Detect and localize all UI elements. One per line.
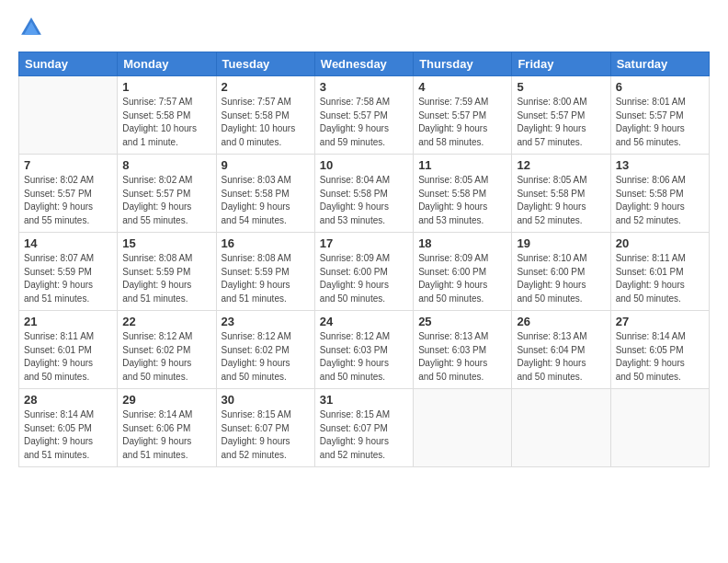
day-number: 6 — [616, 80, 704, 94]
day-number: 26 — [517, 315, 605, 328]
calendar-cell: 18Sunrise: 8:09 AM Sunset: 6:00 PM Dayli… — [414, 233, 512, 311]
header — [18, 15, 710, 40]
day-number: 28 — [24, 393, 112, 407]
day-info: Sunrise: 8:12 AM Sunset: 6:03 PM Dayligh… — [320, 330, 408, 384]
calendar-cell — [610, 389, 709, 467]
calendar-cell: 1Sunrise: 7:57 AM Sunset: 5:58 PM Daylig… — [118, 76, 216, 155]
calendar-cell: 13Sunrise: 8:06 AM Sunset: 5:58 PM Dayli… — [610, 155, 709, 233]
calendar-cell: 15Sunrise: 8:08 AM Sunset: 5:59 PM Dayli… — [118, 233, 216, 311]
day-info: Sunrise: 8:11 AM Sunset: 6:01 PM Dayligh… — [24, 330, 112, 384]
calendar-cell: 30Sunrise: 8:15 AM Sunset: 6:07 PM Dayli… — [216, 389, 314, 467]
day-number: 13 — [616, 158, 704, 172]
calendar-cell: 26Sunrise: 8:13 AM Sunset: 6:04 PM Dayli… — [512, 311, 610, 389]
day-number: 1 — [122, 80, 210, 94]
day-number: 12 — [517, 158, 605, 172]
day-number: 19 — [517, 236, 605, 250]
calendar-week-row: 21Sunrise: 8:11 AM Sunset: 6:01 PM Dayli… — [19, 311, 710, 389]
calendar-table: SundayMondayTuesdayWednesdayThursdayFrid… — [18, 52, 710, 467]
day-info: Sunrise: 8:09 AM Sunset: 6:00 PM Dayligh… — [418, 252, 506, 305]
calendar-cell: 29Sunrise: 8:14 AM Sunset: 6:06 PM Dayli… — [118, 389, 216, 467]
calendar-cell: 17Sunrise: 8:09 AM Sunset: 6:00 PM Dayli… — [314, 233, 413, 311]
calendar-cell — [414, 389, 512, 467]
day-number: 30 — [222, 393, 310, 407]
day-info: Sunrise: 7:59 AM Sunset: 5:57 PM Dayligh… — [418, 96, 506, 149]
calendar-header-row: SundayMondayTuesdayWednesdayThursdayFrid… — [19, 52, 710, 76]
day-info: Sunrise: 8:00 AM Sunset: 5:57 PM Dayligh… — [517, 96, 605, 149]
day-number: 14 — [24, 236, 112, 250]
day-number: 23 — [222, 315, 310, 328]
calendar-cell: 25Sunrise: 8:13 AM Sunset: 6:03 PM Dayli… — [414, 311, 512, 389]
day-info: Sunrise: 8:15 AM Sunset: 6:07 PM Dayligh… — [222, 408, 310, 462]
page: SundayMondayTuesdayWednesdayThursdayFrid… — [0, 0, 728, 563]
calendar-cell: 19Sunrise: 8:10 AM Sunset: 6:00 PM Dayli… — [512, 233, 610, 311]
calendar-cell: 12Sunrise: 8:05 AM Sunset: 5:58 PM Dayli… — [512, 155, 610, 233]
day-header: Friday — [512, 52, 610, 76]
calendar-cell: 16Sunrise: 8:08 AM Sunset: 5:59 PM Dayli… — [216, 233, 314, 311]
day-number: 16 — [222, 236, 310, 250]
calendar-cell: 11Sunrise: 8:05 AM Sunset: 5:58 PM Dayli… — [414, 155, 512, 233]
calendar-week-row: 7Sunrise: 8:02 AM Sunset: 5:57 PM Daylig… — [19, 155, 710, 233]
calendar-cell: 2Sunrise: 7:57 AM Sunset: 5:58 PM Daylig… — [216, 76, 314, 155]
day-info: Sunrise: 8:15 AM Sunset: 6:07 PM Dayligh… — [320, 408, 408, 462]
calendar-week-row: 14Sunrise: 8:07 AM Sunset: 5:59 PM Dayli… — [19, 233, 710, 311]
calendar-cell: 22Sunrise: 8:12 AM Sunset: 6:02 PM Dayli… — [118, 311, 216, 389]
calendar-cell: 9Sunrise: 8:03 AM Sunset: 5:58 PM Daylig… — [216, 155, 314, 233]
day-header: Tuesday — [216, 52, 314, 76]
day-info: Sunrise: 8:11 AM Sunset: 6:01 PM Dayligh… — [616, 252, 704, 305]
day-info: Sunrise: 8:14 AM Sunset: 6:06 PM Dayligh… — [122, 408, 210, 462]
day-info: Sunrise: 8:14 AM Sunset: 6:05 PM Dayligh… — [24, 408, 112, 462]
day-number: 5 — [517, 80, 605, 94]
day-number: 11 — [418, 158, 506, 172]
day-info: Sunrise: 8:14 AM Sunset: 6:05 PM Dayligh… — [616, 330, 704, 384]
calendar-cell: 28Sunrise: 8:14 AM Sunset: 6:05 PM Dayli… — [19, 389, 118, 467]
day-info: Sunrise: 8:05 AM Sunset: 5:58 PM Dayligh… — [418, 174, 506, 227]
day-number: 17 — [320, 236, 408, 250]
day-info: Sunrise: 8:03 AM Sunset: 5:58 PM Dayligh… — [222, 174, 310, 227]
day-number: 9 — [222, 158, 310, 172]
calendar-cell: 23Sunrise: 8:12 AM Sunset: 6:02 PM Dayli… — [216, 311, 314, 389]
day-info: Sunrise: 8:13 AM Sunset: 6:03 PM Dayligh… — [418, 330, 506, 384]
day-info: Sunrise: 8:06 AM Sunset: 5:58 PM Dayligh… — [616, 174, 704, 227]
calendar-cell: 3Sunrise: 7:58 AM Sunset: 5:57 PM Daylig… — [314, 76, 413, 155]
day-info: Sunrise: 8:02 AM Sunset: 5:57 PM Dayligh… — [24, 174, 112, 227]
day-info: Sunrise: 8:13 AM Sunset: 6:04 PM Dayligh… — [517, 330, 605, 384]
day-number: 31 — [320, 393, 408, 407]
day-number: 29 — [122, 393, 210, 407]
calendar-cell: 27Sunrise: 8:14 AM Sunset: 6:05 PM Dayli… — [610, 311, 709, 389]
calendar-cell: 10Sunrise: 8:04 AM Sunset: 5:58 PM Dayli… — [314, 155, 413, 233]
calendar-cell: 8Sunrise: 8:02 AM Sunset: 5:57 PM Daylig… — [118, 155, 216, 233]
calendar-cell: 21Sunrise: 8:11 AM Sunset: 6:01 PM Dayli… — [19, 311, 118, 389]
day-info: Sunrise: 7:57 AM Sunset: 5:58 PM Dayligh… — [122, 96, 210, 149]
day-header: Monday — [118, 52, 216, 76]
day-number: 25 — [418, 315, 506, 328]
calendar-cell — [19, 76, 118, 155]
day-number: 24 — [320, 315, 408, 328]
day-number: 27 — [616, 315, 704, 328]
day-info: Sunrise: 8:08 AM Sunset: 5:59 PM Dayligh… — [222, 252, 310, 305]
day-number: 21 — [24, 315, 112, 328]
day-info: Sunrise: 7:58 AM Sunset: 5:57 PM Dayligh… — [320, 96, 408, 149]
day-header: Wednesday — [314, 52, 413, 76]
day-info: Sunrise: 8:10 AM Sunset: 6:00 PM Dayligh… — [517, 252, 605, 305]
day-number: 2 — [222, 80, 310, 94]
calendar-week-row: 28Sunrise: 8:14 AM Sunset: 6:05 PM Dayli… — [19, 389, 710, 467]
day-number: 4 — [418, 80, 506, 94]
calendar-cell: 4Sunrise: 7:59 AM Sunset: 5:57 PM Daylig… — [414, 76, 512, 155]
day-info: Sunrise: 8:01 AM Sunset: 5:57 PM Dayligh… — [616, 96, 704, 149]
day-header: Thursday — [414, 52, 512, 76]
calendar-cell: 7Sunrise: 8:02 AM Sunset: 5:57 PM Daylig… — [19, 155, 118, 233]
day-info: Sunrise: 8:12 AM Sunset: 6:02 PM Dayligh… — [122, 330, 210, 384]
day-header: Saturday — [610, 52, 709, 76]
day-number: 10 — [320, 158, 408, 172]
day-info: Sunrise: 8:05 AM Sunset: 5:58 PM Dayligh… — [517, 174, 605, 227]
logo — [18, 15, 48, 40]
day-info: Sunrise: 8:08 AM Sunset: 5:59 PM Dayligh… — [122, 252, 210, 305]
day-info: Sunrise: 8:04 AM Sunset: 5:58 PM Dayligh… — [320, 174, 408, 227]
day-info: Sunrise: 8:07 AM Sunset: 5:59 PM Dayligh… — [24, 252, 112, 305]
logo-icon — [18, 15, 44, 40]
calendar-cell: 31Sunrise: 8:15 AM Sunset: 6:07 PM Dayli… — [314, 389, 413, 467]
day-info: Sunrise: 8:12 AM Sunset: 6:02 PM Dayligh… — [222, 330, 310, 384]
calendar-cell — [512, 389, 610, 467]
day-header: Sunday — [19, 52, 118, 76]
calendar-cell: 5Sunrise: 8:00 AM Sunset: 5:57 PM Daylig… — [512, 76, 610, 155]
